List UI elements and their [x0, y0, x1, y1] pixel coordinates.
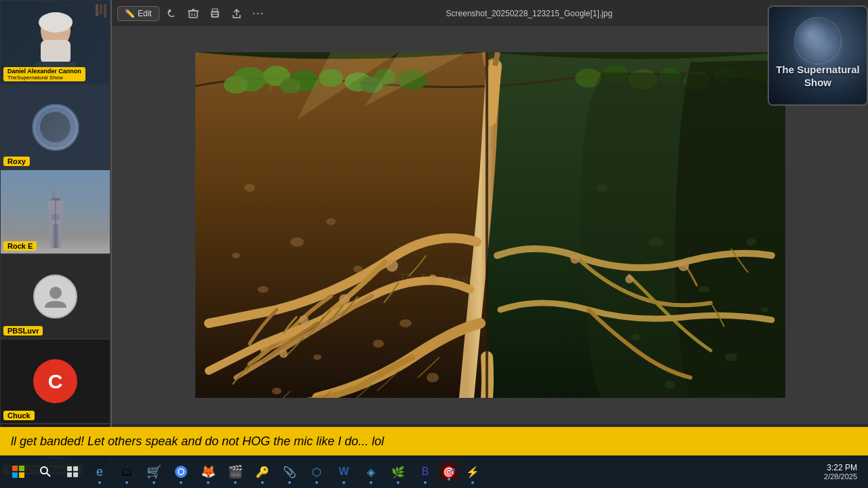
- edit-button[interactable]: ✏️ Edit: [117, 6, 159, 21]
- share-button[interactable]: [227, 4, 246, 23]
- taskbar-app17[interactable]: ⚡: [460, 459, 486, 485]
- svg-point-64: [279, 350, 288, 358]
- taskbar-firefox[interactable]: 🦊: [195, 459, 221, 485]
- svg-rect-78: [19, 472, 24, 478]
- root-illustration-svg: The Root System: [195, 52, 785, 398]
- svg-rect-81: [67, 466, 72, 471]
- start-button[interactable]: [5, 459, 31, 485]
- participant-tile-pbsluvr[interactable]: PBSLuvr: [0, 254, 111, 339]
- participant-tile-chuck[interactable]: C Chuck: [0, 339, 111, 424]
- host-name-badge: Daniel Alexander Cannon TheSupernatural …: [3, 67, 85, 81]
- taskbar-clock: 3:22 PM 2/28/2025: [818, 463, 863, 481]
- taskbar-app13[interactable]: ◈: [358, 459, 384, 485]
- taskbar-app16[interactable]: 🎯: [439, 462, 458, 481]
- taskbar-explorer[interactable]: 🗂: [114, 459, 140, 485]
- svg-rect-83: [67, 472, 72, 477]
- svg-rect-14: [189, 11, 197, 18]
- caption-bar: ll get banded! Let others speak and do n…: [0, 427, 868, 455]
- svg-point-87: [179, 470, 184, 474]
- roxy-name-badge: Roxy: [3, 157, 30, 166]
- svg-marker-13: [169, 9, 172, 13]
- toolbar: ✏️ Edit: [112, 0, 868, 27]
- file-title: Screenshot_20250228_123215_Google[1].jpg: [271, 9, 788, 18]
- svg-rect-82: [73, 466, 78, 471]
- svg-point-66: [625, 275, 633, 283]
- svg-point-51: [272, 388, 281, 394]
- pbsluvr-name-badge: PBSLuvr: [3, 326, 43, 336]
- svg-point-55: [747, 239, 756, 245]
- search-button[interactable]: [33, 459, 58, 485]
- svg-rect-84: [73, 472, 78, 477]
- chuck-name-badge: Chuck: [3, 411, 35, 420]
- taskbar-chrome[interactable]: [168, 459, 194, 485]
- caption-text: ll get banded! Let others speak and do n…: [11, 434, 384, 449]
- more-button[interactable]: ···: [249, 4, 268, 23]
- svg-rect-4: [53, 190, 55, 199]
- task-view-button[interactable]: [60, 459, 85, 485]
- svg-line-80: [47, 473, 50, 476]
- svg-point-65: [570, 254, 580, 264]
- taskbar-app11[interactable]: ⬡: [304, 459, 330, 485]
- show-overlay[interactable]: The Supernatural Show: [768, 5, 868, 106]
- taskbar-word[interactable]: W: [331, 459, 357, 485]
- svg-point-67: [678, 260, 689, 271]
- svg-point-79: [41, 467, 47, 474]
- taskbar-app14[interactable]: 🌿: [385, 459, 411, 485]
- svg-point-47: [232, 253, 240, 258]
- edit-pencil-icon: ✏️: [125, 9, 135, 18]
- svg-point-61: [299, 315, 309, 325]
- taskbar-app10[interactable]: 📎: [277, 459, 302, 485]
- svg-point-41: [244, 184, 255, 192]
- svg-point-50: [427, 373, 439, 382]
- taskbar-store[interactable]: 🛒: [141, 459, 167, 485]
- taskbar-vlc[interactable]: 🎬: [222, 459, 248, 485]
- svg-rect-77: [12, 472, 18, 478]
- svg-point-53: [649, 237, 664, 247]
- svg-point-30: [224, 76, 248, 94]
- participant-tile-roxy[interactable]: Roxy: [0, 85, 111, 169]
- rocke-name-badge: Rock E: [3, 241, 37, 251]
- sidebar-divider: [111, 0, 112, 461]
- taskbar: e 🗂 🛒 🦊 🎬 🔑 📎 ⬡ W ◈ 🌿 B 🎯 ⚡ 3:22 PM 2/28…: [0, 455, 868, 488]
- svg-point-59: [761, 307, 769, 312]
- main-image: The Root System: [195, 52, 785, 398]
- svg-rect-76: [19, 466, 24, 471]
- svg-point-42: [290, 237, 304, 247]
- svg-point-62: [386, 260, 398, 272]
- print-button[interactable]: [205, 4, 224, 23]
- svg-point-45: [313, 354, 321, 360]
- svg-point-56: [725, 353, 737, 361]
- svg-point-46: [258, 286, 269, 293]
- svg-rect-1: [41, 40, 71, 64]
- image-area: The Root System: [112, 27, 868, 423]
- participants-sidebar: Daniel Alexander Cannon TheSupernatural …: [0, 0, 112, 461]
- svg-point-54: [698, 286, 709, 293]
- undo-button[interactable]: [162, 4, 181, 23]
- svg-point-48: [326, 218, 336, 225]
- svg-text:The Root System: The Root System: [399, 272, 484, 285]
- svg-point-58: [665, 380, 675, 388]
- svg-point-49: [373, 340, 384, 348]
- svg-point-60: [339, 294, 350, 305]
- clock-date: 2/28/2025: [824, 472, 857, 481]
- show-title: The Supernatural Show: [776, 63, 860, 89]
- participant-tile-rocke[interactable]: Rock E: [0, 169, 111, 254]
- svg-point-44: [399, 319, 412, 327]
- svg-point-43: [353, 266, 363, 272]
- delete-button[interactable]: [184, 4, 203, 23]
- svg-point-2: [39, 12, 73, 33]
- svg-rect-75: [12, 466, 18, 471]
- svg-point-52: [596, 184, 608, 192]
- photo-viewer: ✏️ Edit: [112, 0, 868, 447]
- participant-tile-host[interactable]: Daniel Alexander Cannon TheSupernatural …: [0, 0, 111, 85]
- taskbar-app9[interactable]: 🔑: [250, 459, 275, 485]
- svg-point-10: [50, 287, 62, 299]
- svg-point-57: [631, 333, 641, 340]
- taskbar-app15[interactable]: B: [412, 459, 438, 485]
- taskbar-edge[interactable]: e: [87, 459, 113, 485]
- clock-time: 3:22 PM: [824, 463, 857, 472]
